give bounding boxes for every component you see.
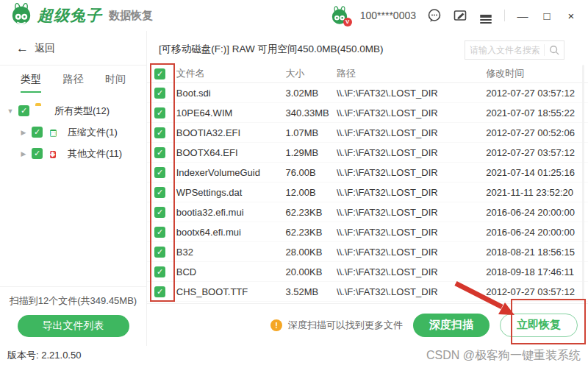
action-bar: ! 深度扫描可以找到更多文件 深度扫描 立即恢复 <box>147 303 588 346</box>
table-row[interactable]: ✓bootx64.efi.mui62.23KB\\.\F:\FAT32\.LOS… <box>147 222 588 242</box>
file-mtime: 2021-11-11 23:52:20 <box>486 187 588 198</box>
file-size: 20.00KB <box>285 266 336 277</box>
tab-path[interactable]: 路径 <box>63 73 84 93</box>
export-file-list-button[interactable]: 导出文件列表 <box>18 315 129 337</box>
file-path: \\.\F:\FAT32\.LOST_DIR <box>337 227 486 238</box>
folder-icon <box>35 105 49 117</box>
maximize-button[interactable]: □ <box>540 10 553 21</box>
caret-right-icon[interactable]: ▶ <box>19 150 28 158</box>
file-size: 3.02MB <box>285 88 336 99</box>
version-label: 版本号: 2.21.0.50 <box>7 349 81 362</box>
support-icon[interactable] <box>427 8 442 23</box>
file-name: B32 <box>176 247 286 258</box>
back-button[interactable]: ← 返回 <box>0 31 146 56</box>
table-row[interactable]: ✓CHS_BOOT.TTF3.52MB\\.\F:\FAT32\.LOST_DI… <box>147 282 588 302</box>
row-checkbox[interactable]: ✓ <box>154 227 165 238</box>
column-header-path: 路径 <box>337 67 486 80</box>
scrollbar[interactable] <box>582 65 584 300</box>
row-checkbox[interactable]: ✓ <box>154 147 165 158</box>
row-checkbox[interactable]: ✓ <box>154 286 165 297</box>
file-mtime: 2018-08-21 18:56:15 <box>486 247 588 258</box>
close-button[interactable]: × <box>564 10 578 21</box>
archive-file-icon: ▣ <box>49 127 62 138</box>
app-window: 超级兔子 数据恢复 V 100****0003 <box>0 0 588 368</box>
file-name: IndexerVolumeGuid <box>176 167 286 178</box>
sidebar-footer: 扫描到12个文件(共349.45MB) 导出文件列表 <box>0 286 146 346</box>
vip-badge: V <box>343 18 352 26</box>
file-size: 62.23KB <box>285 227 336 238</box>
table-row[interactable]: ✓BOOTX64.EFI1.29MB\\.\F:\FAT32\.LOST_DIR… <box>147 143 588 163</box>
file-path: \\.\F:\FAT32\.LOST_DIR <box>337 247 486 258</box>
minimize-button[interactable]: — <box>516 10 529 21</box>
table-row[interactable]: ✓BOOTIA32.EFI1.07MB\\.\F:\FAT32\.LOST_DI… <box>147 123 588 143</box>
file-path: \\.\F:\FAT32\.LOST_DIR <box>337 207 486 218</box>
row-checkbox[interactable]: ✓ <box>154 266 165 277</box>
file-name: BOOTIA32.EFI <box>176 127 286 138</box>
deep-scan-button[interactable]: 深度扫描 <box>413 314 490 337</box>
menu-icon[interactable] <box>478 8 493 23</box>
file-path: \\.\F:\FAT32\.LOST_DIR <box>337 107 486 118</box>
warning-icon: ! <box>270 319 282 331</box>
feedback-icon[interactable] <box>453 8 467 23</box>
table-row[interactable]: ✓WPSettings.dat12.00B\\.\F:\FAT32\.LOST_… <box>147 183 588 202</box>
deep-scan-hint: 深度扫描可以找到更多文件 <box>288 319 403 332</box>
file-name: CHS_BOOT.TTF <box>176 286 286 297</box>
search-icon[interactable] <box>545 45 564 55</box>
tree-item-label: 所有类型(12) <box>54 105 110 118</box>
tree-item-label: 其他文件(11) <box>68 147 122 160</box>
row-checkbox[interactable]: ✓ <box>154 107 165 118</box>
table-row[interactable]: ✓IndexerVolumeGuid76.00B\\.\F:\FAT32\.LO… <box>147 163 588 183</box>
column-header-filename: 文件名 <box>176 67 286 80</box>
status-bar: 版本号: 2.21.0.50 CSDN @极客狗一键重装系统 <box>0 346 588 368</box>
file-path: \\.\F:\FAT32\.LOST_DIR <box>337 127 486 138</box>
tree-item-archives[interactable]: ▶ ✓ ▣ 压缩文件(1) <box>0 121 146 143</box>
file-mtime: 2012-07-27 03:57:12 <box>486 147 588 158</box>
titlebar-separator <box>504 10 505 21</box>
row-checkbox[interactable]: ✓ <box>154 187 165 198</box>
search-input[interactable] <box>465 45 544 55</box>
table-row[interactable]: ✓Boot.sdi3.02MB\\.\F:\FAT32\.LOST_DIR201… <box>147 83 588 103</box>
row-checkbox[interactable]: ✓ <box>154 247 165 258</box>
tree-checkbox[interactable]: ✓ <box>18 105 29 116</box>
file-name: WPSettings.dat <box>176 187 286 198</box>
app-title: 超级兔子 <box>37 5 102 26</box>
tree-item-all-types[interactable]: ▼ ✓ 所有类型(12) <box>0 100 146 121</box>
file-mtime: 2012-07-27 03:57:12 <box>486 286 588 297</box>
file-path: \\.\F:\FAT32\.LOST_DIR <box>337 88 486 99</box>
row-checkbox[interactable]: ✓ <box>154 127 165 138</box>
user-avatar[interactable]: V <box>330 6 349 25</box>
file-name: bootia32.efi.mui <box>176 207 286 218</box>
table-row[interactable]: ✓BCD20.00KB\\.\F:\FAT32\.LOST_DIR2018-09… <box>147 262 588 282</box>
drive-title: [可移动磁盘(F:)] RAW 可用空间450.0MB(450.0MB) <box>159 43 384 56</box>
file-mtime: 2012-07-27 03:57:12 <box>486 88 588 99</box>
column-header-size: 大小 <box>285 67 336 80</box>
table-row[interactable]: ✓bootia32.efi.mui62.23KB\\.\F:\FAT32\.LO… <box>147 202 588 222</box>
table-row[interactable]: ✓10PE64.WIM340.33MB\\.\F:\FAT32\.LOST_DI… <box>147 103 588 123</box>
row-checkbox[interactable]: ✓ <box>154 167 165 178</box>
main-panel: [可移动磁盘(F:)] RAW 可用空间450.0MB(450.0MB) ✓ 文… <box>147 31 588 346</box>
recover-now-button[interactable]: 立即恢复 <box>500 314 578 337</box>
file-name: BOOTX64.EFI <box>176 147 286 158</box>
search-box <box>465 40 564 60</box>
scan-status: 扫描到12个文件(共349.45MB) <box>0 294 146 308</box>
table-row[interactable]: ✓B3228.00KB\\.\F:\FAT32\.LOST_DIR2018-08… <box>147 242 588 262</box>
row-checkbox[interactable]: ✓ <box>154 207 165 218</box>
file-name: bootx64.efi.mui <box>176 227 286 238</box>
username[interactable]: 100****0003 <box>360 10 416 21</box>
rabbit-logo-icon <box>10 3 32 28</box>
titlebar: 超级兔子 数据恢复 V 100****0003 <box>0 0 588 31</box>
tab-time[interactable]: 时间 <box>105 73 126 93</box>
file-mtime: 2021-07-14 01:25:16 <box>486 167 588 178</box>
file-size: 12.00B <box>285 187 336 198</box>
tree-checkbox[interactable]: ✓ <box>32 148 43 159</box>
file-path: \\.\F:\FAT32\.LOST_DIR <box>337 167 486 178</box>
row-checkbox[interactable]: ✓ <box>154 88 165 99</box>
caret-down-icon[interactable]: ▼ <box>6 107 15 115</box>
tree-checkbox[interactable]: ✓ <box>32 127 43 138</box>
tab-type[interactable]: 类型 <box>21 73 41 93</box>
caret-right-icon[interactable]: ▶ <box>19 129 28 136</box>
back-label: 返回 <box>35 42 55 55</box>
filter-tabs: 类型 路径 时间 <box>0 66 146 93</box>
select-all-checkbox[interactable]: ✓ <box>154 68 165 79</box>
tree-item-other[interactable]: ▶ ✓ ❉ 其他文件(11) <box>0 143 146 164</box>
